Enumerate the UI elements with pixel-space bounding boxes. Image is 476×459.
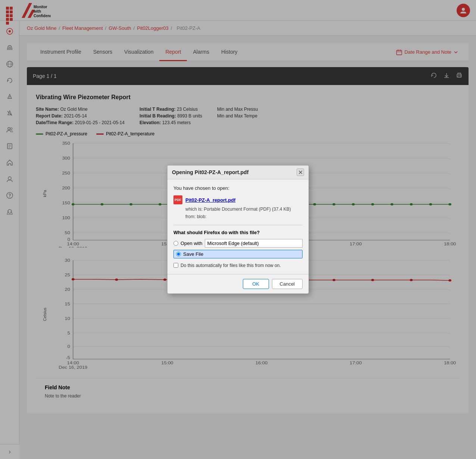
modal-filename[interactable]: Pit02-PZ-A_report.pdf [185,197,235,203]
open-with-select-wrap: Microsoft Edge (default) [205,239,303,248]
modal-options: Open with Microsoft Edge (default) Save … [173,239,303,258]
modal-overlay: Opening Pit02-PZ-A_report.pdf ✕ You have… [0,0,476,459]
auto-check-label: Do this automatically for files like thi… [181,263,281,268]
modal-description: You have chosen to open: [173,185,303,191]
save-file-label: Save File [183,251,203,257]
modal-title: Opening Pit02-PZ-A_report.pdf [172,169,248,175]
open-with-select[interactable]: Microsoft Edge (default) [205,239,303,248]
modal-file-row: PDF Pit02-PZ-A_report.pdf [173,195,303,204]
modal-body: You have chosen to open: PDF Pit02-PZ-A_… [167,179,309,274]
file-source: from: blob: [185,213,303,220]
open-with-row: Open with Microsoft Edge (default) [173,239,303,248]
modal-file-info: which is: Portable Document Format (PDF)… [173,206,303,220]
save-file-radio[interactable] [176,252,181,257]
modal-separator [173,225,303,225]
ok-button[interactable]: OK [243,279,269,289]
pdf-icon: PDF [173,195,182,204]
auto-checkbox[interactable] [173,263,178,268]
cancel-button[interactable]: Cancel [272,279,303,289]
open-file-dialog: Opening Pit02-PZ-A_report.pdf ✕ You have… [167,165,309,293]
modal-question: What should Firefox do with this file? [173,230,303,235]
file-type: which is: Portable Document Format (PDF)… [185,206,303,213]
modal-close-button[interactable]: ✕ [297,169,304,176]
modal-titlebar: Opening Pit02-PZ-A_report.pdf ✕ [167,166,309,179]
auto-checkbox-row: Do this automatically for files like thi… [173,263,303,268]
save-file-row: Save File [173,250,303,258]
open-with-radio[interactable] [173,241,178,246]
open-with-label: Open with [181,240,203,246]
modal-buttons: OK Cancel [167,274,309,293]
